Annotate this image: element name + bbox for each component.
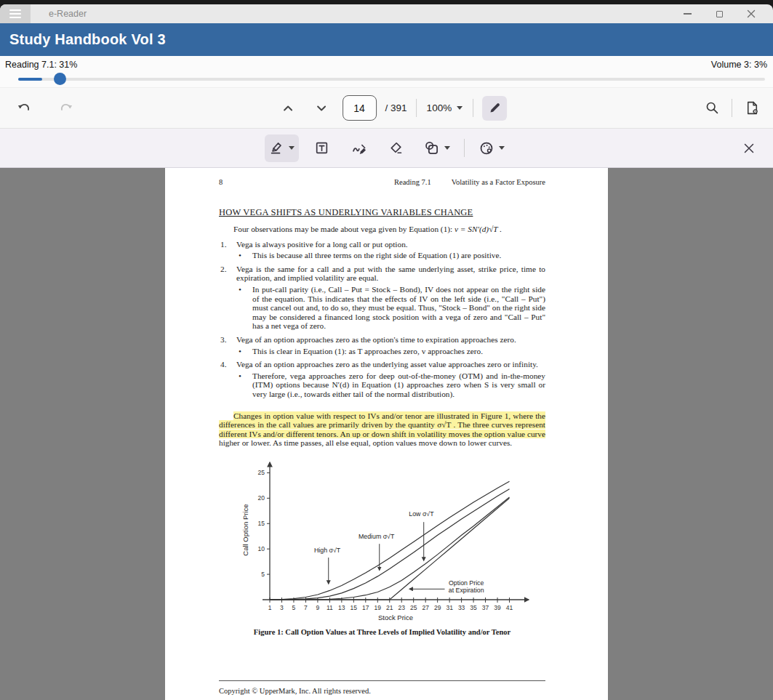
svg-text:35: 35 xyxy=(470,604,477,611)
zoom-level-dropdown[interactable]: 100% xyxy=(425,102,465,113)
close-button[interactable] xyxy=(735,4,767,23)
svg-text:25: 25 xyxy=(258,469,265,476)
svg-text:1: 1 xyxy=(268,604,272,611)
text-tool-button[interactable] xyxy=(308,134,336,162)
undo-button[interactable] xyxy=(12,96,36,121)
annotate-mode-button[interactable] xyxy=(482,96,507,121)
window-titlebar: e-Reader xyxy=(0,4,773,23)
toolbar-separator xyxy=(416,99,417,117)
close-icon xyxy=(743,142,755,154)
caret-down-icon xyxy=(444,146,450,150)
list-sub-bullet: Therefore, vega approaches zero for deep… xyxy=(238,371,545,399)
freehand-draw-icon xyxy=(351,140,367,156)
list-item: 1.Vega is always positive for a long cal… xyxy=(219,240,545,249)
document-settings-button[interactable] xyxy=(740,96,764,121)
section-heading: HOW VEGA SHIFTS AS UNDERLYING VARIABLES … xyxy=(219,207,545,218)
chapter-title: Volatility as a Factor Exposure xyxy=(452,178,545,186)
progress-strip: Reading 7.1: 31% Volume 3: 3% xyxy=(0,56,773,87)
maximize-icon xyxy=(716,11,723,17)
progress-slider[interactable] xyxy=(18,73,765,85)
zoom-level-value: 100% xyxy=(427,102,452,113)
list-sub-bullet: This is because all three terms on the r… xyxy=(238,251,545,260)
slider-thumb[interactable] xyxy=(54,73,66,85)
svg-text:21: 21 xyxy=(386,604,393,611)
document-viewer[interactable]: 8 Reading 7.1 Volatility as a Factor Exp… xyxy=(0,168,773,700)
search-button[interactable] xyxy=(700,96,724,121)
svg-text:27: 27 xyxy=(422,604,429,611)
svg-text:High σ√T: High σ√T xyxy=(314,547,341,554)
svg-text:37: 37 xyxy=(482,604,489,611)
eraser-tool-button[interactable] xyxy=(383,134,410,162)
toolbar-separator xyxy=(464,139,465,157)
svg-text:5: 5 xyxy=(261,571,265,578)
next-page-button[interactable] xyxy=(309,96,334,121)
toolbar-separator xyxy=(473,99,473,117)
book-header: Study Handbook Vol 3 xyxy=(0,23,773,56)
redo-icon xyxy=(58,100,74,116)
maximize-button[interactable] xyxy=(703,4,735,23)
svg-text:15: 15 xyxy=(258,520,265,527)
reading-label: Reading 7.1 xyxy=(394,178,431,186)
volume-progress-label: Volume 3: 3% xyxy=(711,60,767,70)
svg-text:Low σ√T: Low σ√T xyxy=(409,510,434,518)
hamburger-menu-button[interactable] xyxy=(0,4,31,23)
svg-text:at Expiration: at Expiration xyxy=(449,587,484,594)
chevron-up-icon xyxy=(281,101,295,116)
previous-page-button[interactable] xyxy=(276,96,300,121)
highlighted-paragraph: Changes in option value with respect to … xyxy=(219,411,545,448)
svg-text:Call Option Price: Call Option Price xyxy=(241,504,249,555)
eraser-icon xyxy=(388,140,404,156)
search-icon xyxy=(705,100,720,116)
highlighter-tool-button[interactable] xyxy=(265,134,299,162)
highlighter-icon xyxy=(269,140,284,156)
chevron-down-icon xyxy=(314,101,329,116)
list-sub-bullet: This is clear in Equation (1): as T appr… xyxy=(238,347,545,356)
svg-text:31: 31 xyxy=(446,604,453,611)
close-annotation-bar-button[interactable] xyxy=(737,136,761,161)
main-toolbar: / 391 100% xyxy=(0,87,773,129)
page-footer: Copyright © UpperMark, Inc. All rights r… xyxy=(219,680,545,695)
shapes-icon xyxy=(424,140,440,156)
figure-caption: Figure 1: Call Option Values at Three Le… xyxy=(219,628,545,636)
intro-paragraph: Four observations may be made about vega… xyxy=(219,225,545,234)
page-number: 8 xyxy=(219,178,223,186)
copyright-text: Copyright © UpperMark, Inc. All rights r… xyxy=(219,687,545,695)
color-palette-button[interactable] xyxy=(474,134,509,162)
svg-text:20: 20 xyxy=(258,494,265,502)
undo-icon xyxy=(16,100,32,116)
observation-list: 1.Vega is always positive for a long cal… xyxy=(219,240,545,399)
slider-track[interactable] xyxy=(18,78,765,81)
slider-fill xyxy=(18,78,42,81)
svg-text:11: 11 xyxy=(327,604,333,611)
footer-rule xyxy=(219,680,545,681)
list-item: 3.Vega of an option approaches zero as t… xyxy=(219,335,545,345)
reading-progress-label: Reading 7.1: 31% xyxy=(5,60,77,70)
svg-text:25: 25 xyxy=(410,604,417,611)
document-page: 8 Reading 7.1 Volatility as a Factor Exp… xyxy=(165,168,608,700)
svg-text:29: 29 xyxy=(434,604,441,611)
svg-text:3: 3 xyxy=(280,604,284,611)
page-number-input[interactable] xyxy=(343,95,377,121)
page-running-header: 8 Reading 7.1 Volatility as a Factor Exp… xyxy=(219,178,545,186)
svg-text:23: 23 xyxy=(398,604,406,611)
figure-chart-svg: 1357911131517192123252729313335373941510… xyxy=(241,457,532,624)
svg-text:7: 7 xyxy=(304,604,308,611)
highlight-annotation[interactable]: Changes in option value with respect to … xyxy=(219,411,545,438)
minimize-button[interactable] xyxy=(671,4,703,23)
window-title: e-Reader xyxy=(49,9,87,19)
list-item: 2.Vega is the same for a call and a put … xyxy=(219,265,545,283)
svg-text:13: 13 xyxy=(338,604,345,611)
svg-text:15: 15 xyxy=(351,604,358,611)
svg-text:Stock Price: Stock Price xyxy=(378,613,413,621)
shape-tool-button[interactable] xyxy=(420,134,454,162)
draw-tool-button[interactable] xyxy=(345,134,373,162)
redo-button[interactable] xyxy=(54,96,79,121)
annotation-toolbar xyxy=(0,129,773,168)
caret-down-icon xyxy=(289,146,295,150)
svg-text:17: 17 xyxy=(362,604,369,611)
page-total-label: / 391 xyxy=(385,102,407,113)
document-gear-icon xyxy=(745,100,760,116)
caret-down-icon xyxy=(457,106,462,110)
svg-text:Option Price: Option Price xyxy=(449,579,484,587)
vega-formula: v = SN′(d)√T . xyxy=(454,225,502,233)
